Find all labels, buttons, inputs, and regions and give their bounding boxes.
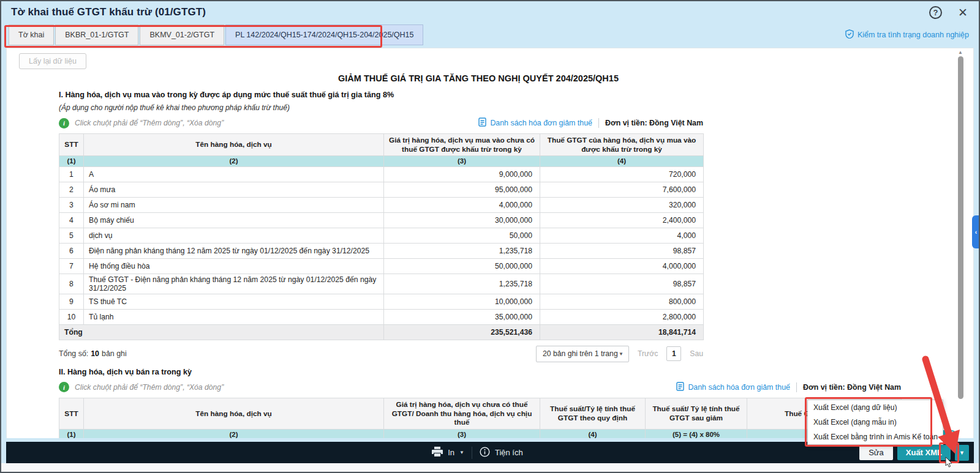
sales-table: STT Tên hàng hóa, dịch vụ Giá trị hàng h… [59,398,902,438]
menu-item-export-print-form[interactable]: Xuất Excel (dạng mẫu in) [808,415,943,430]
check-business-status-link[interactable]: Kiểm tra tình trạng doanh nghiệp [845,29,969,40]
col-number: (3) [384,430,540,438]
col-number: (2) [84,156,384,166]
menu-item-export-data[interactable]: Xuất Excel (dạng dữ liệu) [808,400,943,415]
export-context-menu: Xuất Excel (dạng dữ liệu) Xuất Excel (dạ… [807,400,943,445]
section1-invoice-list-link[interactable]: Danh sách hóa đơn giảm thuế [478,117,592,128]
info-icon: i [59,382,69,392]
chevron-down-icon[interactable]: ▼ [459,450,464,455]
purchases-table: STT Tên hàng hóa, dịch vụ Giá trị hàng h… [59,133,704,340]
title-bar: Tờ khai thuế GTGT khấu trừ (01/GTGT) ? ✕ [0,0,980,24]
tab-bkmv[interactable]: BKMV_01-2/GTGT [140,24,224,45]
col-number: (5) = (4) x 80% [646,430,747,438]
total-row: Tổng 235,521,436 18,841,714 [59,324,704,340]
info-circle-icon [480,447,490,459]
col-number: (1) [59,430,84,438]
utilities-button[interactable]: Tiện ích [480,447,523,459]
page-title: Tờ khai thuế GTGT khấu trừ (01/GTGT) [11,6,206,18]
table-row[interactable]: 2 Áo mưa 95,000,000 7,600,000 [59,182,704,197]
section2-invoice-list-link[interactable]: Danh sách hóa đơn giảm thuế [676,382,790,393]
col-header-rate-reduced: Thuế suất/ Tỷ lệ tính thuế GTGT sau giảm [646,398,747,429]
printer-icon [432,447,443,458]
col-number: (2) [84,430,384,438]
total-value: 235,521,436 [384,324,540,340]
table-row[interactable]: 7 Hệ thống điều hòa 50,000,000 4,000,000 [59,258,704,274]
scrollbar-thumb[interactable] [958,56,963,399]
export-dropdown-button[interactable]: ▼ [955,445,969,461]
total-vat: 18,841,714 [540,324,704,340]
col-header-rate: Thuế suất/Tỷ lệ tính thuế GTGT theo quy … [540,398,646,429]
col-header-stt: STT [59,134,84,156]
col-header-value: Giá trị hàng hóa, dịch vụ chưa có thuế G… [384,398,540,429]
section1-heading: I. Hàng hóa, dịch vụ mua vào trong kỳ đư… [59,91,973,99]
table-row[interactable]: 1 A 9,000,000 720,000 [59,166,704,182]
window-bottom-strip [0,463,980,473]
scroll-up-icon[interactable]: ▲ [958,50,963,55]
reload-data-button[interactable]: Lấy lại dữ liệu [19,53,86,69]
section1-note: (Áp dụng cho người nộp thuế kê khai theo… [59,103,973,112]
col-header-value: Giá trị hàng hóa, dịch vụ mua vào chưa c… [384,134,540,156]
table-row[interactable]: 8 Thuế GTGT - Điện năng phản kháng tháng… [59,274,704,294]
help-icon[interactable]: ? [929,6,942,19]
section2-heading: II. Hàng hóa, dịch vụ bán ra trong kỳ [59,368,973,376]
table-row[interactable]: 4 Bộ máy chiếu 30,000,000 2,400,000 [59,212,704,228]
tab-pl-142[interactable]: PL 142/2024/QH15-174/2024/QH15-204/2025/… [225,24,423,45]
section1-currency-label: Đơn vị tiền: Đồng Việt Nam [605,119,703,127]
section2-currency-label: Đơn vị tiền: Đồng Việt Nam [803,383,901,392]
action-bar: In ▼ Tiện ích Sửa Xuất XML ▼ [6,442,974,463]
form-main-title: GIẢM THUẾ GIÁ TRỊ GIA TĂNG THEO NGHỊ QUY… [7,73,950,83]
col-header-stt: STT [59,398,84,429]
col-number: (4) [540,156,704,166]
menu-item-export-amis[interactable]: Xuất Excel bằng trình in Amis Kế toán [808,430,943,444]
divider [796,382,797,392]
records-count: 10 [91,349,99,358]
col-header-vat: Thuế GTGT của hàng hóa, dịch vụ mua vào … [540,134,704,156]
tab-to-khai[interactable]: Tờ khai [9,24,54,45]
tab-bkbr[interactable]: BKBR_01-1/GTGT [55,24,138,45]
tab-bar: Tờ khai BKBR_01-1/GTGT BKMV_01-2/GTGT PL… [0,24,980,48]
divider [472,447,472,459]
section2-hint: Click chuột phải để “Thêm dòng”, “Xóa dò… [75,383,224,392]
form-content: Lấy lại dữ liệu GIẢM THUẾ GIÁ TRỊ GIA TĂ… [6,48,974,438]
section1-hint: Click chuột phải để “Thêm dòng”, “Xóa dò… [75,119,224,127]
pagination-section1: Tổng số: 10 bản ghi 20 bản ghi trên 1 tr… [59,346,703,362]
col-number: (1) [59,156,84,166]
info-icon: i [59,118,69,128]
page-size-select[interactable]: 20 bản ghi trên 1 trang ▼ [536,346,629,362]
table-row[interactable]: 3 Áo sơ mi nam 4,000,000 320,000 [59,197,704,212]
current-page[interactable]: 1 [666,346,681,361]
export-xml-button[interactable]: Xuất XML [897,445,951,460]
document-icon [676,382,684,393]
close-icon[interactable]: ✕ [958,7,968,18]
table-row[interactable]: 9 TS thuê TC 10,000,000 800,000 [59,294,704,309]
document-icon [478,117,486,128]
col-number: (3) [384,156,540,166]
shield-check-icon [845,29,854,40]
col-header-name: Tên hàng hóa, dịch vụ [84,398,384,429]
chevron-down-icon: ▼ [619,351,624,357]
divider [598,118,599,128]
records-summary: Tổng số: 10 bản ghi [59,349,127,358]
prev-page-button[interactable]: Trước [638,349,658,358]
next-page-button[interactable]: Sau [690,349,703,358]
table-row[interactable]: 6 Điện năng phản kháng tháng 12 năm 2025… [59,243,704,258]
print-button[interactable]: In ▼ [432,447,464,458]
table-row[interactable]: 5 dịch vụ 50,000 4,000 [59,228,704,243]
table-row[interactable]: 10 Tủ lạnh 35,000,000 2,800,000 [59,309,704,324]
col-number: (4) [540,430,646,438]
col-header-name: Tên hàng hóa, dịch vụ [84,134,384,156]
edit-button[interactable]: Sửa [859,445,893,460]
vertical-scrollbar: ▲ [957,48,965,438]
collapse-panel-handle[interactable]: ‹ [972,215,980,248]
